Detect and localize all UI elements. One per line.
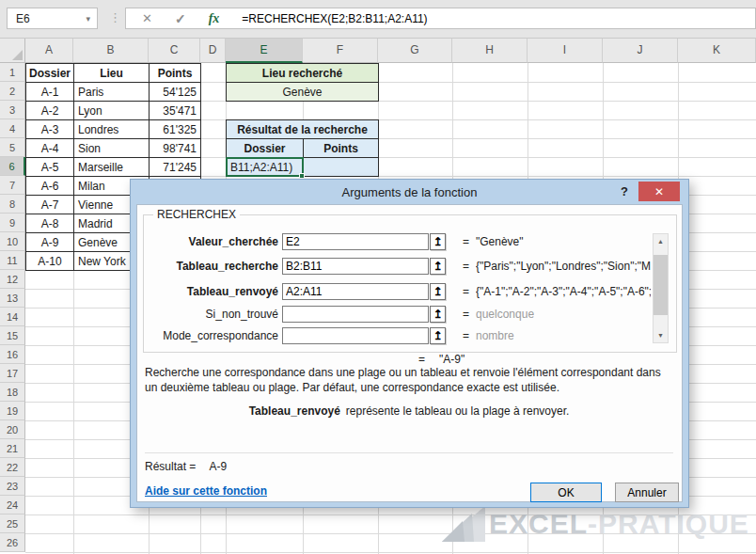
row-header-26[interactable]: 26 bbox=[0, 533, 25, 552]
row-header-1[interactable]: 1 bbox=[0, 63, 25, 82]
fields-scrollbar[interactable]: ▲ ▼ bbox=[653, 233, 669, 343]
table-cell[interactable]: 61'325 bbox=[150, 120, 201, 139]
row-header-15[interactable]: 15 bbox=[0, 326, 25, 345]
equals-sign: = bbox=[463, 327, 469, 344]
watermark: EXCEL-PRATIQUE bbox=[440, 502, 749, 546]
close-icon[interactable]: ✕ bbox=[638, 182, 680, 201]
table-cell[interactable]: Lyon bbox=[74, 102, 150, 120]
table-cell[interactable]: A-7 bbox=[26, 196, 74, 214]
table-cell[interactable]: Londres bbox=[74, 120, 150, 139]
row-header-14[interactable]: 14 bbox=[0, 308, 25, 326]
table-cell[interactable]: A-9 bbox=[26, 233, 74, 252]
field-input-1[interactable] bbox=[282, 258, 429, 275]
table-cell[interactable]: 35'471 bbox=[150, 102, 201, 120]
table-cell[interactable]: 71'245 bbox=[150, 158, 201, 177]
column-header-K[interactable]: K bbox=[678, 38, 756, 63]
row-header-24[interactable]: 24 bbox=[0, 496, 25, 514]
range-picker-icon[interactable]: ↥ bbox=[430, 258, 446, 275]
active-cell-e6[interactable]: B11;A2:A11) bbox=[226, 157, 304, 177]
table-cell[interactable]: A-6 bbox=[26, 177, 74, 196]
column-header-A[interactable]: A bbox=[25, 38, 73, 63]
table-cell[interactable]: 54'125 bbox=[150, 83, 201, 102]
ok-button[interactable]: OK bbox=[530, 483, 602, 502]
table-cell[interactable]: A-2 bbox=[26, 102, 74, 120]
help-icon[interactable]: ? bbox=[621, 184, 628, 198]
row-header-9[interactable]: 9 bbox=[0, 214, 25, 232]
row-header-25[interactable]: 25 bbox=[0, 514, 25, 533]
row-header-22[interactable]: 22 bbox=[0, 458, 25, 477]
row-header-19[interactable]: 19 bbox=[0, 402, 25, 420]
field-input-3[interactable] bbox=[282, 306, 429, 323]
table-cell[interactable]: 98'741 bbox=[150, 139, 201, 158]
row-header-6[interactable]: 6 bbox=[0, 157, 25, 176]
column-header-B[interactable]: B bbox=[73, 38, 149, 63]
scroll-up-icon[interactable]: ▲ bbox=[654, 234, 668, 248]
row-header-23[interactable]: 23 bbox=[0, 477, 25, 496]
table-cell[interactable]: Paris bbox=[74, 83, 150, 102]
scroll-down-icon[interactable]: ▼ bbox=[654, 328, 668, 342]
row-header-4[interactable]: 4 bbox=[0, 119, 25, 138]
range-picker-icon[interactable]: ↥ bbox=[430, 306, 446, 323]
column-header-G[interactable]: G bbox=[378, 38, 452, 63]
formula-bar: E6 ▾ ⋮ ✕ ✓ fx =RECHERCHEX(E2;B2:B11;A2:A… bbox=[0, 0, 756, 39]
row-header-12[interactable]: 12 bbox=[0, 270, 25, 289]
row-header-5[interactable]: 5 bbox=[0, 138, 25, 157]
field-label-3: Si_non_trouvé bbox=[145, 306, 278, 323]
row-header-17[interactable]: 17 bbox=[0, 364, 25, 383]
row-header-2[interactable]: 2 bbox=[0, 82, 25, 101]
row-header-21[interactable]: 21 bbox=[0, 439, 25, 458]
row-header-16[interactable]: 16 bbox=[0, 345, 25, 364]
range-picker-icon[interactable]: ↥ bbox=[430, 283, 446, 300]
cell-resultat-col2[interactable]: Points bbox=[303, 138, 379, 158]
column-header-D[interactable]: D bbox=[200, 38, 226, 63]
result-label: Résultat = bbox=[145, 460, 196, 473]
name-box[interactable]: E6 ▾ bbox=[7, 8, 98, 29]
formula-input[interactable]: =RECHERCHEX(E2;B2:B11;A2:A11) bbox=[242, 12, 427, 25]
enter-icon[interactable]: ✓ bbox=[175, 11, 186, 26]
table-cell[interactable]: A-1 bbox=[26, 83, 74, 102]
select-all-corner[interactable] bbox=[0, 38, 25, 63]
column-header-H[interactable]: H bbox=[452, 38, 528, 63]
cell-f6[interactable] bbox=[303, 157, 379, 177]
column-header-C[interactable]: C bbox=[149, 38, 200, 63]
table-cell[interactable]: A-5 bbox=[26, 158, 74, 177]
field-input-2[interactable] bbox=[282, 283, 429, 300]
cell-resultat-title[interactable]: Résultat de la recherche bbox=[226, 119, 379, 139]
table-header-cell[interactable]: Points bbox=[150, 64, 201, 83]
insert-function-icon[interactable]: fx bbox=[209, 11, 220, 26]
dialog-title[interactable]: Arguments de la fonction bbox=[131, 180, 688, 204]
table-cell[interactable]: Marseille bbox=[74, 158, 150, 177]
row-header-13[interactable]: 13 bbox=[0, 289, 25, 308]
row-header-18[interactable]: 18 bbox=[0, 383, 25, 402]
field-input-4[interactable] bbox=[282, 327, 429, 344]
cancel-icon[interactable]: ✕ bbox=[142, 11, 152, 25]
row-header-3[interactable]: 3 bbox=[0, 101, 25, 119]
range-picker-icon[interactable]: ↥ bbox=[430, 233, 446, 250]
cell-lieu-recherche-title[interactable]: Lieu recherché bbox=[226, 63, 379, 83]
table-header-cell[interactable]: Lieu bbox=[74, 64, 150, 83]
field-input-0[interactable] bbox=[282, 233, 429, 250]
row-header-10[interactable]: 10 bbox=[0, 232, 25, 251]
excel-window: E6 ▾ ⋮ ✕ ✓ fx =RECHERCHEX(E2;B2:B11;A2:A… bbox=[0, 0, 756, 554]
row-header-20[interactable]: 20 bbox=[0, 420, 25, 439]
range-picker-icon[interactable]: ↥ bbox=[430, 327, 446, 344]
help-link[interactable]: Aide sur cette fonction bbox=[145, 484, 267, 498]
column-header-I[interactable]: I bbox=[528, 38, 603, 63]
table-cell[interactable]: A-8 bbox=[26, 214, 74, 233]
column-header-F[interactable]: F bbox=[303, 38, 378, 63]
table-cell[interactable]: A-10 bbox=[26, 252, 74, 271]
cell-resultat-col1[interactable]: Dossier bbox=[226, 138, 304, 158]
row-header-11[interactable]: 11 bbox=[0, 251, 25, 270]
table-cell[interactable]: Sion bbox=[74, 139, 150, 158]
table-cell[interactable]: A-4 bbox=[26, 139, 74, 158]
row-header-8[interactable]: 8 bbox=[0, 195, 25, 214]
scrollbar-thumb[interactable] bbox=[654, 255, 668, 315]
column-header-E[interactable]: E bbox=[226, 38, 303, 63]
column-header-J[interactable]: J bbox=[603, 38, 678, 63]
table-cell[interactable]: A-3 bbox=[26, 120, 74, 139]
cell-lieu-recherche-value[interactable]: Genève bbox=[226, 82, 379, 102]
chevron-down-icon[interactable]: ▾ bbox=[86, 14, 90, 24]
row-header-7[interactable]: 7 bbox=[0, 176, 25, 195]
table-header-cell[interactable]: Dossier bbox=[26, 64, 74, 83]
cancel-button[interactable]: Annuler bbox=[615, 483, 679, 502]
